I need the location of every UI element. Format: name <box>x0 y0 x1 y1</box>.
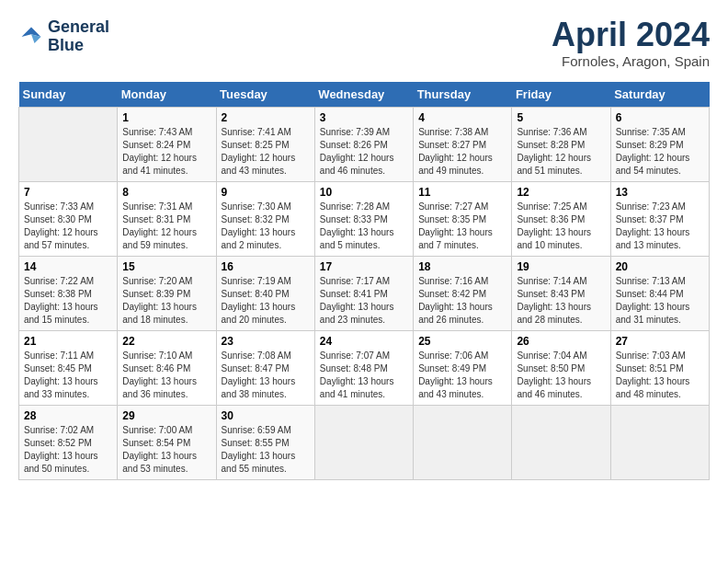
calendar-cell <box>610 406 709 480</box>
calendar-cell: 8 Sunrise: 7:31 AM Sunset: 8:31 PM Dayli… <box>118 182 216 257</box>
calendar-cell: 26 Sunrise: 7:04 AM Sunset: 8:50 PM Dayl… <box>512 331 610 406</box>
day-info: Sunrise: 7:17 AM Sunset: 8:41 PM Dayligh… <box>320 275 408 327</box>
sunrise-text: Sunrise: 7:22 AM <box>24 275 112 288</box>
sunrise-text: Sunrise: 7:27 AM <box>418 201 506 213</box>
calendar-cell <box>314 406 413 480</box>
day-info: Sunrise: 7:08 AM Sunset: 8:47 PM Dayligh… <box>222 350 310 401</box>
daylight-text: Daylight: 13 hours and 31 minutes. <box>616 301 704 327</box>
daylight-text: Daylight: 13 hours and 33 minutes. <box>24 375 112 401</box>
daylight-text: Daylight: 13 hours and 15 minutes. <box>24 301 112 327</box>
sunset-text: Sunset: 8:27 PM <box>418 139 506 152</box>
sunrise-text: Sunrise: 7:04 AM <box>517 350 605 362</box>
daylight-text: Daylight: 13 hours and 36 minutes. <box>122 375 210 401</box>
sunset-text: Sunset: 8:39 PM <box>122 288 210 301</box>
calendar-cell: 24 Sunrise: 7:07 AM Sunset: 8:48 PM Dayl… <box>314 331 413 406</box>
sunset-text: Sunset: 8:31 PM <box>122 213 210 226</box>
sunrise-text: Sunrise: 7:08 AM <box>222 350 310 362</box>
sunrise-text: Sunrise: 6:59 AM <box>222 424 310 437</box>
daylight-text: Daylight: 13 hours and 50 minutes. <box>24 450 112 476</box>
daylight-text: Daylight: 13 hours and 41 minutes. <box>320 375 408 401</box>
sunrise-text: Sunrise: 7:23 AM <box>616 201 704 213</box>
day-number: 7 <box>24 186 112 199</box>
calendar-cell: 4 Sunrise: 7:38 AM Sunset: 8:27 PM Dayli… <box>414 108 512 182</box>
day-info: Sunrise: 7:02 AM Sunset: 8:52 PM Dayligh… <box>24 424 112 476</box>
main-title: April 2024 <box>552 18 710 52</box>
day-number: 24 <box>320 335 408 348</box>
daylight-text: Daylight: 13 hours and 38 minutes. <box>222 375 310 401</box>
day-info: Sunrise: 7:36 AM Sunset: 8:28 PM Dayligh… <box>517 126 605 178</box>
logo-icon <box>18 24 44 50</box>
sunrise-text: Sunrise: 7:30 AM <box>222 201 310 213</box>
day-number: 3 <box>320 111 408 124</box>
title-block: April 2024 Fornoles, Aragon, Spain <box>552 18 710 69</box>
day-info: Sunrise: 7:31 AM Sunset: 8:31 PM Dayligh… <box>122 201 210 252</box>
day-info: Sunrise: 7:41 AM Sunset: 8:25 PM Dayligh… <box>222 126 310 178</box>
calendar-cell: 11 Sunrise: 7:27 AM Sunset: 8:35 PM Dayl… <box>414 182 512 257</box>
sunset-text: Sunset: 8:46 PM <box>122 362 210 375</box>
day-number: 6 <box>616 111 704 124</box>
day-number: 9 <box>222 186 310 199</box>
day-number: 5 <box>517 111 605 124</box>
sunset-text: Sunset: 8:52 PM <box>24 437 112 450</box>
sunset-text: Sunset: 8:26 PM <box>320 139 408 152</box>
day-info: Sunrise: 7:11 AM Sunset: 8:45 PM Dayligh… <box>24 350 112 401</box>
page-header: General Blue April 2024 Fornoles, Aragon… <box>18 18 710 69</box>
daylight-text: Daylight: 12 hours and 49 minutes. <box>418 152 506 178</box>
day-number: 28 <box>24 409 112 422</box>
day-number: 26 <box>517 335 605 348</box>
sunset-text: Sunset: 8:35 PM <box>418 213 506 226</box>
weekday-header: Friday <box>512 82 610 108</box>
weekday-header: Saturday <box>610 82 709 108</box>
sunrise-text: Sunrise: 7:31 AM <box>122 201 210 213</box>
sunset-text: Sunset: 8:48 PM <box>320 362 408 375</box>
calendar-cell: 16 Sunrise: 7:19 AM Sunset: 8:40 PM Dayl… <box>216 257 314 331</box>
daylight-text: Daylight: 13 hours and 13 minutes. <box>616 226 704 252</box>
calendar-cell: 20 Sunrise: 7:13 AM Sunset: 8:44 PM Dayl… <box>610 257 709 331</box>
day-info: Sunrise: 7:07 AM Sunset: 8:48 PM Dayligh… <box>320 350 408 401</box>
sunset-text: Sunset: 8:36 PM <box>517 213 605 226</box>
calendar-week-row: 1 Sunrise: 7:43 AM Sunset: 8:24 PM Dayli… <box>19 108 710 182</box>
day-info: Sunrise: 7:14 AM Sunset: 8:43 PM Dayligh… <box>517 275 605 327</box>
daylight-text: Daylight: 13 hours and 28 minutes. <box>517 301 605 327</box>
sunset-text: Sunset: 8:54 PM <box>122 437 210 450</box>
subtitle: Fornoles, Aragon, Spain <box>552 53 710 69</box>
day-number: 13 <box>616 186 704 199</box>
day-number: 19 <box>517 260 605 273</box>
day-number: 22 <box>122 335 210 348</box>
day-info: Sunrise: 7:28 AM Sunset: 8:33 PM Dayligh… <box>320 201 408 252</box>
day-number: 25 <box>418 335 506 348</box>
day-info: Sunrise: 7:22 AM Sunset: 8:38 PM Dayligh… <box>24 275 112 327</box>
day-info: Sunrise: 7:25 AM Sunset: 8:36 PM Dayligh… <box>517 201 605 252</box>
sunrise-text: Sunrise: 7:39 AM <box>320 126 408 139</box>
logo: General Blue <box>18 18 109 55</box>
sunrise-text: Sunrise: 7:28 AM <box>320 201 408 213</box>
sunset-text: Sunset: 8:28 PM <box>517 139 605 152</box>
weekday-header: Monday <box>118 82 216 108</box>
day-number: 21 <box>24 335 112 348</box>
sunrise-text: Sunrise: 7:10 AM <box>122 350 210 362</box>
sunrise-text: Sunrise: 7:14 AM <box>517 275 605 288</box>
calendar-cell: 14 Sunrise: 7:22 AM Sunset: 8:38 PM Dayl… <box>19 257 118 331</box>
daylight-text: Daylight: 13 hours and 20 minutes. <box>222 301 310 327</box>
day-info: Sunrise: 7:35 AM Sunset: 8:29 PM Dayligh… <box>616 126 704 178</box>
sunrise-text: Sunrise: 7:02 AM <box>24 424 112 437</box>
weekday-header: Wednesday <box>314 82 413 108</box>
sunrise-text: Sunrise: 7:03 AM <box>616 350 704 362</box>
calendar-cell: 19 Sunrise: 7:14 AM Sunset: 8:43 PM Dayl… <box>512 257 610 331</box>
calendar-cell: 25 Sunrise: 7:06 AM Sunset: 8:49 PM Dayl… <box>414 331 512 406</box>
calendar-cell: 21 Sunrise: 7:11 AM Sunset: 8:45 PM Dayl… <box>19 331 118 406</box>
daylight-text: Daylight: 13 hours and 26 minutes. <box>418 301 506 327</box>
day-info: Sunrise: 7:10 AM Sunset: 8:46 PM Dayligh… <box>122 350 210 401</box>
sunset-text: Sunset: 8:30 PM <box>24 213 112 226</box>
day-info: Sunrise: 7:03 AM Sunset: 8:51 PM Dayligh… <box>616 350 704 401</box>
daylight-text: Daylight: 13 hours and 43 minutes. <box>418 375 506 401</box>
calendar-week-row: 28 Sunrise: 7:02 AM Sunset: 8:52 PM Dayl… <box>19 406 710 480</box>
calendar-cell <box>19 108 118 182</box>
sunrise-text: Sunrise: 7:06 AM <box>418 350 506 362</box>
daylight-text: Daylight: 13 hours and 7 minutes. <box>418 226 506 252</box>
calendar-week-row: 7 Sunrise: 7:33 AM Sunset: 8:30 PM Dayli… <box>19 182 710 257</box>
calendar-cell: 28 Sunrise: 7:02 AM Sunset: 8:52 PM Dayl… <box>19 406 118 480</box>
calendar-cell: 30 Sunrise: 6:59 AM Sunset: 8:55 PM Dayl… <box>216 406 314 480</box>
calendar-table: SundayMondayTuesdayWednesdayThursdayFrid… <box>18 82 710 480</box>
daylight-text: Daylight: 13 hours and 5 minutes. <box>320 226 408 252</box>
